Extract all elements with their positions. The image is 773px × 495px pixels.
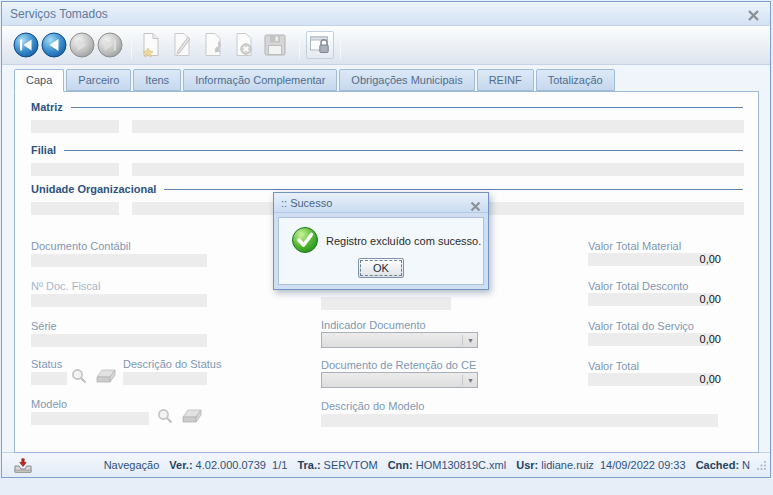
toolbar-separator bbox=[131, 31, 132, 59]
documento-retencao-ce-label: Documento de Retenção do CE bbox=[321, 359, 476, 371]
tab-strip: Capa Parceiro Itens Informação Complemen… bbox=[14, 69, 615, 92]
valor-total-desconto-field[interactable]: 0,00 bbox=[588, 290, 721, 307]
indicador-documento-select[interactable]: ▼ bbox=[321, 332, 478, 348]
tab-capa[interactable]: Capa bbox=[14, 69, 64, 92]
valor-total-servico-field[interactable]: 0,00 bbox=[588, 330, 721, 347]
descricao-status-label: Descrição do Status bbox=[123, 358, 221, 370]
field-background bbox=[588, 373, 714, 386]
documento-retencao-ce-select[interactable]: ▼ bbox=[321, 372, 478, 388]
floppy-disk-icon bbox=[263, 33, 287, 57]
status-lookup-magnifier-icon[interactable] bbox=[71, 368, 88, 389]
dialog-title: :: Sucesso bbox=[281, 197, 332, 209]
combo-divider bbox=[462, 375, 463, 385]
group-line bbox=[71, 107, 743, 108]
dialog-close-icon[interactable] bbox=[470, 198, 481, 209]
valor-total-material-value: 0,00 bbox=[700, 253, 721, 265]
middle-hidden-field-input[interactable] bbox=[321, 297, 451, 310]
pencil-on-page-icon bbox=[171, 32, 193, 58]
descricao-status-input[interactable] bbox=[123, 372, 207, 385]
status-cached-value: N bbox=[742, 459, 750, 471]
modelo-label: Modelo bbox=[31, 398, 67, 410]
tab-informacao-complementar[interactable]: Informação Complementar bbox=[183, 69, 337, 91]
toolbar-separator bbox=[340, 31, 341, 59]
chevron-down-icon: ▼ bbox=[467, 337, 474, 344]
status-label: Status bbox=[31, 358, 62, 370]
group-line bbox=[164, 189, 743, 190]
group-header-matriz: Matriz bbox=[31, 101, 743, 113]
documento-contabil-label: Documento Contábil bbox=[31, 240, 131, 252]
num-doc-fiscal-input[interactable] bbox=[31, 294, 207, 307]
ok-button[interactable]: OK bbox=[358, 258, 404, 278]
valor-total-servico-value: 0,00 bbox=[700, 333, 721, 345]
edit-record-button[interactable] bbox=[169, 31, 195, 59]
title-bar: Serviços Tomados bbox=[2, 2, 770, 26]
cancel-button[interactable] bbox=[231, 31, 257, 59]
modelo-input[interactable] bbox=[31, 412, 149, 425]
status-ver-label: Ver.: bbox=[169, 459, 192, 471]
page-with-star-icon bbox=[140, 32, 162, 58]
status-tra-label: Tra.: bbox=[297, 459, 320, 471]
status-bar: Navegação Ver.:4.02.000.0739 1/1 Tra.:SE… bbox=[2, 452, 770, 477]
filial-name-input[interactable] bbox=[132, 163, 744, 176]
status-cached-label: Cached: bbox=[696, 459, 739, 471]
tab-reinf[interactable]: REINF bbox=[477, 69, 534, 91]
unidade-code-input[interactable] bbox=[31, 202, 119, 215]
status-usr-value: lidiane.ruiz bbox=[541, 459, 594, 471]
status-clear-eraser-icon[interactable] bbox=[95, 369, 117, 388]
resize-grip[interactable] bbox=[757, 456, 767, 474]
previous-record-button[interactable] bbox=[41, 32, 67, 58]
new-record-button[interactable] bbox=[138, 31, 164, 59]
documento-contabil-input[interactable] bbox=[31, 254, 207, 267]
combo-divider bbox=[462, 335, 463, 345]
num-doc-fiscal-label: Nº Doc. Fiscal bbox=[31, 280, 100, 292]
matriz-code-input[interactable] bbox=[31, 120, 119, 133]
padlock-icon bbox=[309, 34, 331, 56]
lock-button[interactable] bbox=[306, 31, 334, 59]
field-background bbox=[588, 333, 714, 346]
indicador-documento-label: Indicador Documento bbox=[321, 319, 426, 331]
page-with-return-arrow-icon bbox=[202, 32, 224, 58]
status-page: 1/1 bbox=[272, 459, 287, 471]
export-tray-icon[interactable] bbox=[13, 458, 33, 478]
success-dialog: :: Sucesso Registro excluído com sucesso… bbox=[273, 192, 489, 290]
modelo-clear-eraser-icon[interactable] bbox=[181, 409, 203, 428]
app-window: Serviços Tomados bbox=[1, 1, 771, 478]
status-input[interactable] bbox=[31, 372, 67, 385]
status-cnn-label: Cnn: bbox=[388, 459, 413, 471]
status-text: Navegação Ver.:4.02.000.0739 1/1 Tra.:SE… bbox=[104, 459, 750, 471]
last-record-button[interactable] bbox=[97, 32, 123, 58]
window-close-icon[interactable] bbox=[747, 8, 760, 21]
group-header-filial: Filial bbox=[31, 144, 743, 156]
first-record-button[interactable] bbox=[13, 32, 39, 58]
modelo-lookup-magnifier-icon[interactable] bbox=[157, 408, 174, 429]
valor-total-field[interactable]: 0,00 bbox=[588, 370, 721, 387]
serie-label: Série bbox=[31, 320, 57, 332]
next-record-button[interactable] bbox=[69, 32, 95, 58]
tab-itens[interactable]: Itens bbox=[133, 69, 181, 91]
save-button[interactable] bbox=[262, 31, 288, 59]
descricao-modelo-input[interactable] bbox=[321, 414, 718, 427]
valor-total-material-field[interactable]: 0,00 bbox=[588, 250, 721, 267]
window-title: Serviços Tomados bbox=[10, 7, 108, 21]
status-usr-label: Usr: bbox=[516, 459, 538, 471]
status-tra-value: SERVTOM bbox=[324, 459, 378, 471]
success-check-icon bbox=[291, 226, 319, 258]
status-ver-value: 4.02.000.0739 bbox=[196, 459, 266, 471]
tab-obrigacoes-municipais[interactable]: Obrigações Municipais bbox=[339, 69, 474, 91]
field-background bbox=[588, 253, 714, 266]
filial-code-input[interactable] bbox=[31, 163, 119, 176]
valor-total-desconto-value: 0,00 bbox=[700, 293, 721, 305]
group-line bbox=[64, 150, 743, 151]
status-cnn-value: HOM130819C.xml bbox=[416, 459, 506, 471]
serie-input[interactable] bbox=[31, 334, 207, 347]
page-with-x-icon bbox=[233, 32, 255, 58]
group-label-matriz: Matriz bbox=[31, 101, 63, 113]
matriz-name-input[interactable] bbox=[132, 120, 744, 133]
tab-totalizacao[interactable]: Totalização bbox=[536, 69, 615, 91]
chevron-down-icon: ▼ bbox=[467, 377, 474, 384]
tab-parceiro[interactable]: Parceiro bbox=[66, 69, 131, 91]
valor-total-value: 0,00 bbox=[700, 373, 721, 385]
dialog-message: Registro excluído com sucesso. bbox=[326, 235, 481, 247]
descricao-modelo-label: Descrição do Modelo bbox=[321, 400, 424, 412]
undo-button[interactable] bbox=[200, 31, 226, 59]
